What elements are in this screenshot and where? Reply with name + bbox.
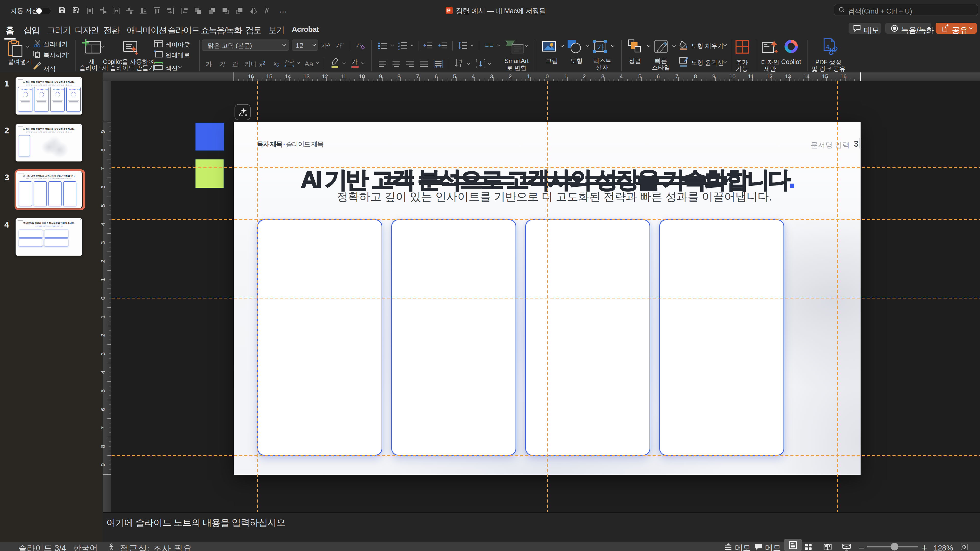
svg-text:2: 2 [398, 44, 400, 47]
svg-text:3: 3 [398, 47, 400, 50]
svg-text:1: 1 [398, 41, 400, 44]
svg-text:가: 가 [597, 43, 604, 51]
svg-text:가: 가 [458, 59, 463, 64]
